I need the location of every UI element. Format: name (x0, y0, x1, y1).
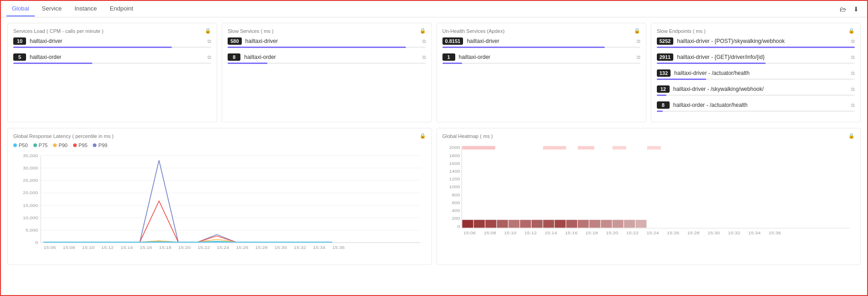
slow-endpoint-name-0: hailtaxi-driver - {POST}/skywalking/webh… (677, 38, 847, 44)
svg-text:15:10: 15:10 (82, 245, 94, 249)
legend-p75: P75 (33, 143, 48, 148)
svg-text:15:16: 15:16 (565, 231, 577, 235)
svg-text:15:10: 15:10 (504, 231, 517, 235)
legend-dot-p90 (53, 143, 57, 147)
slow-services-copy-1[interactable]: ⧉ (422, 54, 426, 60)
svg-text:15:24: 15:24 (217, 245, 229, 249)
slow-endpoint-bar-1 (657, 63, 766, 64)
services-load-badge-1: 5 (13, 53, 26, 61)
svg-rect-51 (508, 220, 519, 227)
slow-services-item-1: 8 hailtaxi-order ⧉ (228, 53, 426, 61)
svg-rect-54 (543, 220, 554, 227)
slow-endpoint-progress-0 (657, 47, 855, 48)
svg-text:1000: 1000 (449, 185, 460, 190)
svg-rect-67 (647, 146, 660, 150)
tab-service[interactable]: Service (37, 1, 67, 16)
slow-services-copy-0[interactable]: ⧉ (422, 38, 426, 44)
unhealth-bar-0 (442, 47, 605, 48)
legend-dot-p50 (13, 143, 17, 147)
legend-p95: P95 (73, 143, 88, 148)
panels-row: Services Load ( CPM - calls per minute )… (7, 23, 861, 122)
slow-endpoints-items: 5252 hailtaxi-driver - {POST}/skywalking… (657, 37, 855, 112)
slow-endpoint-copy-1[interactable]: ⧉ (851, 54, 855, 60)
svg-text:20,000: 20,000 (23, 190, 38, 195)
services-load-copy-0[interactable]: ⧉ (208, 38, 211, 44)
latency-legend: P50 P75 P90 P95 P99 (13, 143, 426, 148)
svg-text:0: 0 (457, 224, 460, 229)
slow-endpoint-badge-0: 5252 (657, 37, 673, 45)
svg-text:15:30: 15:30 (275, 245, 287, 249)
slow-services-item-0: 580 hailtaxi-driver ⧉ (228, 37, 426, 45)
svg-rect-66 (612, 146, 626, 150)
slow-endpoint-copy-2[interactable]: ⧉ (851, 70, 855, 76)
legend-label-p75: P75 (39, 143, 48, 148)
svg-text:1400: 1400 (449, 169, 460, 174)
svg-rect-64 (543, 146, 566, 150)
svg-text:800: 800 (452, 193, 460, 197)
slow-services-name-1: hailtaxi-order (244, 54, 418, 60)
download-icon[interactable]: ⬇ (851, 2, 862, 16)
svg-text:0: 0 (35, 240, 38, 245)
svg-rect-50 (497, 220, 508, 227)
svg-rect-55 (554, 220, 565, 227)
svg-text:15:08: 15:08 (63, 245, 75, 249)
tab-instance[interactable]: Instance (69, 1, 102, 16)
latency-chart-title: Global Response Latency ( percentile in … (13, 133, 114, 139)
svg-text:15:34: 15:34 (748, 231, 761, 235)
legend-label-p95: P95 (79, 143, 88, 148)
slow-endpoint-item-2: 132 hailtaxi-driver - /actuator/health ⧉ (657, 69, 855, 77)
latency-chart-area: 35,000 30,000 25,000 20,000 15,000 10,00… (13, 151, 426, 251)
latency-lock-icon[interactable]: 🔒 (420, 133, 426, 139)
slow-services-panel: Slow Services ( ms ) 🔒 580 hailtaxi-driv… (222, 23, 431, 122)
slow-services-badge-1: 8 (228, 53, 240, 61)
slow-services-lock-icon[interactable]: 🔒 (420, 28, 426, 34)
unhealth-progress-1 (442, 63, 640, 64)
slow-endpoints-lock-icon[interactable]: 🔒 (848, 28, 855, 34)
svg-rect-65 (578, 146, 594, 150)
legend-label-p50: P50 (19, 143, 28, 148)
unhealth-copy-1[interactable]: ⧉ (637, 54, 640, 60)
svg-text:15:06: 15:06 (463, 231, 475, 235)
slow-endpoint-copy-4[interactable]: ⧉ (851, 102, 855, 108)
latency-chart-title-row: Global Response Latency ( percentile in … (13, 133, 426, 139)
latency-svg: 35,000 30,000 25,000 20,000 15,000 10,00… (13, 151, 426, 251)
slow-endpoint-bar-0 (657, 47, 855, 48)
heatmap-lock-icon[interactable]: 🔒 (848, 133, 855, 139)
unhealth-lock-icon[interactable]: 🔒 (634, 28, 640, 34)
services-load-progress-1 (13, 63, 211, 64)
svg-text:15:28: 15:28 (255, 245, 267, 249)
services-load-copy-1[interactable]: ⧉ (208, 54, 211, 60)
services-load-badge-0: 10 (13, 37, 26, 45)
legend-dot-p75 (33, 143, 37, 147)
svg-text:15:18: 15:18 (585, 231, 597, 235)
services-load-name-0: hailtaxi-driver (30, 38, 204, 44)
panel-title-slow-services: Slow Services ( ms ) 🔒 (228, 28, 426, 34)
svg-text:1200: 1200 (449, 177, 460, 181)
slow-endpoint-name-3: hailtaxi-driver - /skywalking/webhook/ (673, 86, 847, 92)
svg-text:15:14: 15:14 (544, 231, 557, 235)
slow-endpoint-copy-3[interactable]: ⧉ (851, 86, 855, 92)
unhealth-progress-0 (442, 47, 640, 48)
services-load-progress-0 (13, 47, 211, 48)
slow-endpoint-progress-2 (657, 79, 855, 80)
slow-endpoint-item-0: 5252 hailtaxi-driver - {POST}/skywalking… (657, 37, 855, 45)
svg-rect-58 (589, 220, 600, 227)
folder-icon[interactable]: 🗁 (837, 2, 849, 16)
slow-endpoint-copy-0[interactable]: ⧉ (851, 38, 855, 44)
unhealth-copy-0[interactable]: ⧉ (637, 38, 640, 44)
unhealth-name-0: hailtaxi-driver (467, 38, 633, 44)
slow-services-progress-0 (228, 47, 426, 48)
svg-text:35,000: 35,000 (23, 153, 38, 158)
svg-text:1600: 1600 (449, 161, 460, 166)
heatmap-chart-area: 2000 1800 1600 1400 1200 1000 800 600 40… (442, 143, 855, 243)
main-content: Services Load ( CPM - calls per minute )… (1, 17, 867, 270)
tab-endpoint[interactable]: Endpoint (104, 1, 138, 16)
heatmap-chart-title: Global Heatmap ( ms ) (442, 133, 493, 139)
svg-text:2000: 2000 (449, 145, 460, 150)
tab-global[interactable]: Global (6, 1, 35, 16)
slow-endpoint-bar-4 (657, 111, 663, 112)
heatmap-chart-panel: Global Heatmap ( ms ) 🔒 2000 1800 1600 1… (437, 128, 861, 265)
services-load-lock-icon[interactable]: 🔒 (205, 28, 211, 34)
unhealth-item-0: 0.8151 hailtaxi-driver ⧉ (442, 37, 640, 45)
svg-text:15:26: 15:26 (666, 231, 679, 235)
